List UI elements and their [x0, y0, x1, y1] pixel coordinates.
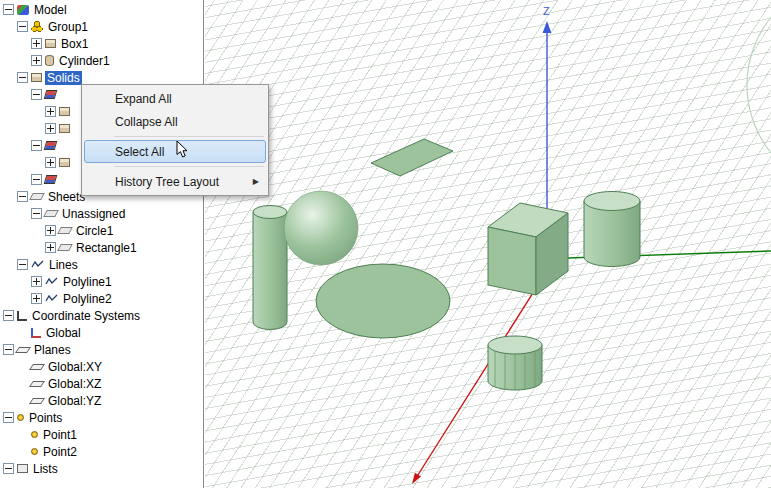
tree-item-group1[interactable]: Group1 — [0, 18, 203, 35]
material-icon — [44, 175, 58, 184]
model-tree-panel: Model Group1 Box1 Cylinder1 Solids Sheet… — [0, 0, 204, 488]
plane-icon — [29, 381, 45, 387]
shape-circle-sheet[interactable] — [316, 264, 450, 338]
context-menu: Expand All Collapse All Select All Histo… — [81, 84, 269, 196]
polyline-icon — [45, 276, 58, 287]
x-axis-arrow-icon — [412, 473, 421, 484]
menu-item-history-tree-layout[interactable]: History Tree Layout — [84, 170, 266, 193]
tree-item-lines[interactable]: Lines — [0, 256, 203, 273]
tree-item-rectangle1[interactable]: Rectangle1 — [0, 239, 203, 256]
tree-item-model[interactable]: Model — [0, 1, 203, 18]
coordinate-system-icon — [17, 311, 27, 321]
tree-item-point1[interactable]: Point1 — [0, 426, 203, 443]
tree-item-planes[interactable]: Planes — [0, 341, 203, 358]
scene-svg: Z — [205, 0, 771, 488]
collapse-expander-icon[interactable] — [17, 259, 28, 270]
material-icon — [44, 90, 58, 99]
global-cs-icon — [31, 328, 41, 338]
tree-item-global-xy[interactable]: Global:XY — [0, 358, 203, 375]
selected-label: Solids — [45, 71, 82, 85]
tree-item-unassigned[interactable]: Unassigned — [0, 205, 203, 222]
tree-item-box1[interactable]: Box1 — [0, 35, 203, 52]
group-icon — [31, 21, 43, 32]
box-icon — [59, 158, 70, 167]
box-icon — [59, 107, 70, 116]
tree-item-polyline2[interactable]: Polyline2 — [0, 290, 203, 307]
tree-item-lists[interactable]: Lists — [0, 460, 203, 477]
collapse-expander-icon[interactable] — [17, 72, 28, 83]
expand-expander-icon[interactable] — [45, 123, 56, 134]
menu-separator — [114, 136, 264, 137]
sheet-icon — [43, 210, 59, 217]
expand-expander-icon[interactable] — [45, 106, 56, 117]
collapse-expander-icon[interactable] — [3, 310, 14, 321]
collapse-expander-icon[interactable] — [3, 412, 14, 423]
shape-rectangle-sheet[interactable] — [371, 139, 453, 176]
box-icon — [45, 39, 56, 48]
lists-icon — [17, 464, 28, 473]
expand-expander-icon[interactable] — [45, 242, 56, 253]
rectangle-sheet-icon — [57, 244, 73, 251]
tree-item-global-yz[interactable]: Global:YZ — [0, 392, 203, 409]
point-icon — [17, 414, 24, 421]
solids-icon — [31, 73, 42, 82]
collapse-expander-icon[interactable] — [3, 463, 14, 474]
z-axis-label: Z — [543, 5, 550, 17]
expand-expander-icon[interactable] — [31, 276, 42, 287]
expand-expander-icon[interactable] — [31, 293, 42, 304]
tree-item-global-cs[interactable]: Global — [0, 324, 203, 341]
collapse-expander-icon[interactable] — [31, 174, 42, 185]
expand-expander-icon[interactable] — [45, 157, 56, 168]
background-arc — [747, 0, 771, 193]
expand-expander-icon[interactable] — [45, 225, 56, 236]
menu-item-select-all[interactable]: Select All — [84, 140, 266, 163]
box-icon — [59, 124, 70, 133]
model-icon — [17, 5, 29, 15]
tree-item-points[interactable]: Points — [0, 409, 203, 426]
material-icon — [44, 141, 58, 150]
tree-item-cylinder1[interactable]: Cylinder1 — [0, 52, 203, 69]
circle-sheet-icon — [57, 227, 73, 234]
menu-item-expand-all[interactable]: Expand All — [84, 87, 266, 110]
polyline-icon — [31, 259, 44, 270]
collapse-expander-icon[interactable] — [3, 344, 14, 355]
shape-sphere[interactable] — [284, 191, 358, 265]
tree-item-coordinate-systems[interactable]: Coordinate Systems — [0, 307, 203, 324]
tree-item-global-xz[interactable]: Global:XZ — [0, 375, 203, 392]
shape-small-cylinder[interactable] — [488, 336, 542, 390]
collapse-expander-icon[interactable] — [31, 89, 42, 100]
cylinder-icon — [45, 55, 54, 66]
tree-item-circle1[interactable]: Circle1 — [0, 222, 203, 239]
plane-icon — [15, 347, 31, 353]
menu-separator — [114, 166, 264, 167]
expand-expander-icon[interactable] — [31, 55, 42, 66]
collapse-expander-icon[interactable] — [17, 191, 28, 202]
polyline-icon — [45, 293, 58, 304]
tree-item-polyline1[interactable]: Polyline1 — [0, 273, 203, 290]
z-axis-arrow-icon — [543, 21, 552, 33]
collapse-expander-icon[interactable] — [3, 4, 14, 15]
point-icon — [31, 448, 38, 455]
collapse-expander-icon[interactable] — [17, 21, 28, 32]
menu-item-collapse-all[interactable]: Collapse All — [84, 110, 266, 133]
expand-expander-icon[interactable] — [31, 38, 42, 49]
shape-right-cylinder[interactable] — [584, 192, 640, 267]
plane-icon — [29, 364, 45, 370]
collapse-expander-icon[interactable] — [31, 140, 42, 151]
plane-icon — [29, 398, 45, 404]
point-icon — [31, 431, 38, 438]
shape-tall-cylinder[interactable] — [253, 206, 287, 330]
collapse-expander-icon[interactable] — [31, 208, 42, 219]
mouse-cursor-icon — [176, 140, 188, 159]
modeler-3d-viewport[interactable]: Z — [205, 0, 771, 488]
sheet-icon — [29, 193, 45, 200]
tree-item-point2[interactable]: Point2 — [0, 443, 203, 460]
shape-box[interactable] — [488, 203, 568, 295]
